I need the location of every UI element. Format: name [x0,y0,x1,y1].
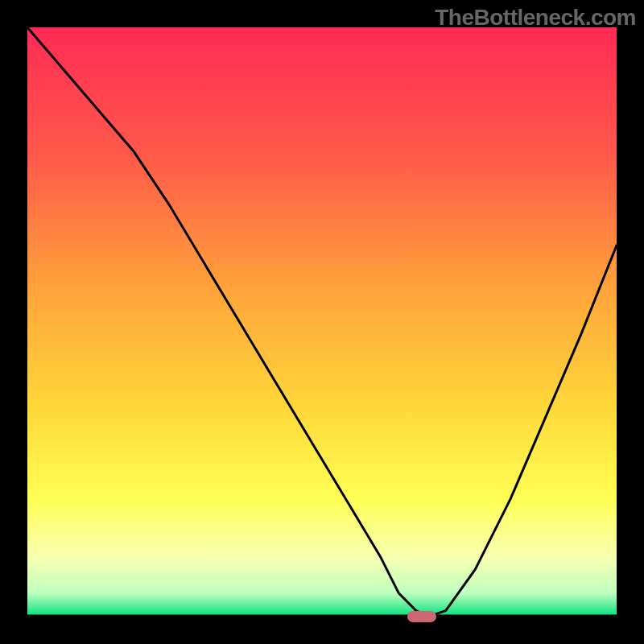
optimal-marker [407,611,436,622]
gradient-background [27,27,617,617]
chart-plot-area [27,27,617,617]
chart-svg [27,27,617,617]
watermark-text: TheBottleneck.com [435,5,636,31]
